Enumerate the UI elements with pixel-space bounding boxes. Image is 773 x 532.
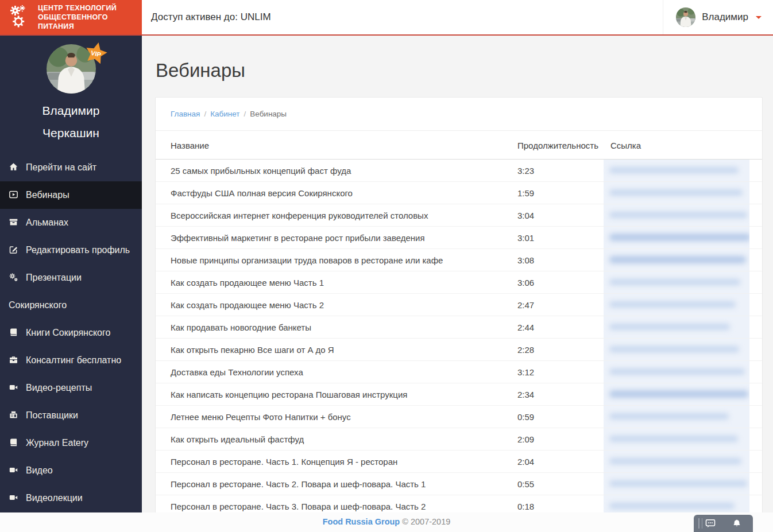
webinar-duration: 2:47: [510, 294, 604, 316]
table-row: Всероссийская интернет конференция руков…: [156, 204, 762, 227]
webinar-link-blurred[interactable]: [604, 406, 749, 428]
webinar-duration: 2:44: [510, 316, 604, 339]
webinar-duration: 1:59: [510, 182, 604, 204]
webinar-link-blurred[interactable]: [604, 495, 749, 512]
webinar-title: Новые принципы организации труда поваров…: [156, 249, 510, 271]
webinar-link-blurred[interactable]: [604, 271, 749, 293]
webinar-link-blurred[interactable]: [604, 182, 749, 204]
sidebar-item-video-lectures[interactable]: Видеолекции: [0, 484, 142, 512]
video-camera-icon: [9, 493, 20, 502]
webinar-link-blurred[interactable]: [604, 383, 749, 405]
sidebar-item-label: Презентации Сокирянского: [9, 273, 82, 310]
table-row: Персонал в ресторане. Часть 1. Концепция…: [156, 451, 762, 473]
sidebar-item-label: Видео: [26, 465, 53, 475]
blurred-link-bar: [609, 167, 739, 173]
sidebar-nav: Перейти на сайт Вебинары Альманах Редакт…: [0, 154, 142, 512]
blurred-link-bar: [609, 346, 739, 352]
breadcrumb-link[interactable]: Главная: [171, 110, 200, 118]
footer-brand-link[interactable]: Food Russia Group: [323, 517, 400, 526]
video-camera-icon: [9, 465, 20, 475]
blurred-link-bar: [609, 436, 738, 442]
table-row: Как написать концепцию ресторана Пошагов…: [156, 383, 762, 406]
webinar-title: Летнее меню Рецепты Фото Напитки + бонус: [156, 406, 510, 428]
webinar-title: Как продавать новогодние банкеты: [156, 316, 510, 339]
breadcrumb-link[interactable]: Кабинет: [210, 110, 239, 118]
user-name: Владимир: [702, 11, 748, 23]
blurred-link-bar: [609, 368, 745, 375]
blurred-link-bar: [609, 413, 729, 420]
sidebar-item-presentations-sokiryanskogo[interactable]: Презентации Сокирянского: [0, 264, 142, 319]
chat-bubble-icon[interactable]: [705, 519, 716, 528]
sidebar-item-label: Редактировать профиль: [26, 245, 130, 255]
table-row: Как продавать новогодние банкеты 2:44: [156, 316, 762, 339]
breadcrumb-separator: /: [244, 110, 246, 118]
sidebar-item-books-sokiryanskogo[interactable]: Книги Сокирянского: [0, 319, 142, 347]
webinar-duration: 2:34: [510, 383, 604, 406]
blurred-link-bar: [609, 234, 749, 241]
blurred-link-bar: [609, 458, 741, 464]
webinar-link-blurred[interactable]: [604, 428, 749, 450]
breadcrumb: Главная/Кабинет/Вебинары: [156, 98, 762, 131]
sidebar-item-label: Альманах: [26, 218, 68, 227]
profile-block: VIP Владимир Черкашин: [0, 36, 142, 144]
fax-icon: [9, 410, 20, 420]
webinar-link-blurred[interactable]: [604, 473, 749, 495]
gears-icon: [9, 273, 20, 282]
sidebar-item-almanac[interactable]: Альманах: [0, 209, 142, 236]
blurred-link-bar: [609, 503, 735, 509]
webinar-title: Как создать продающее меню Часть 2: [156, 294, 510, 316]
webinar-duration: 2:28: [510, 339, 604, 361]
user-menu[interactable]: Владимир: [663, 0, 773, 34]
webinar-link-blurred[interactable]: [604, 294, 749, 316]
brand-logo-block[interactable]: ЦЕНТР ТЕХНОЛОГИЙ ОБЩЕСТВЕННОГО ПИТАНИЯ: [0, 0, 142, 34]
sidebar-item-label: Перейти на сайт: [26, 162, 96, 172]
webinar-title: Как открыть идеальный фастфуд: [156, 428, 510, 451]
table-row: Как открыть идеальный фастфуд 2:09: [156, 428, 762, 451]
webinar-duration: 2:09: [510, 428, 604, 451]
blurred-link-bar: [609, 390, 748, 398]
sidebar-item-consulting-free[interactable]: Консалтинг бесплатно: [0, 347, 142, 374]
webinar-duration: 3:04: [510, 204, 604, 227]
webinar-link-blurred[interactable]: [604, 249, 749, 271]
webinar-link-blurred[interactable]: [604, 160, 749, 181]
sidebar-item-label: Поставщики: [26, 410, 78, 420]
table-row: 25 самых прибыльных концепций фаст фуда …: [156, 160, 762, 182]
sidebar-item-suppliers[interactable]: Поставщики: [0, 402, 142, 429]
blurred-link-bar: [609, 301, 736, 308]
webinar-duration: 0:18: [510, 495, 604, 513]
briefcase-icon: [9, 355, 20, 364]
page-footer: Food Russia Group © 2007-2019: [0, 512, 773, 532]
webinar-link-blurred[interactable]: [604, 204, 749, 226]
column-header-name: Название: [156, 131, 510, 160]
webinar-title: Эффективный маркетинг в ресторане рост п…: [156, 227, 510, 249]
table-row: Как создать продающее меню Часть 2 2:47: [156, 294, 762, 316]
blurred-link-bar: [609, 480, 747, 487]
sidebar-item-webinars[interactable]: Вебинары: [0, 181, 142, 209]
table-row: Как открыть пекарню Все шаги от А до Я 2…: [156, 339, 762, 361]
book-icon: [9, 438, 20, 447]
sidebar-item-label: Видео-рецепты: [26, 383, 92, 393]
webinar-title: Всероссийская интернет конференция руков…: [156, 204, 510, 227]
webinar-duration: 3:01: [510, 227, 604, 249]
blurred-link-bar: [609, 324, 730, 330]
widget-handle: [698, 518, 702, 529]
sidebar: VIP Владимир Черкашин Перейти на сайт Ве…: [0, 36, 142, 512]
webinar-link-blurred[interactable]: [604, 316, 749, 338]
webinar-link-blurred[interactable]: [604, 451, 749, 472]
chat-widget[interactable]: [694, 515, 753, 532]
brand-title: ЦЕНТР ТЕХНОЛОГИЙ ОБЩЕСТВЕННОГО ПИТАНИЯ: [38, 3, 142, 32]
sidebar-item-eatery-journal[interactable]: Журнал Eatery: [0, 429, 142, 457]
webinar-link-blurred[interactable]: [604, 361, 749, 383]
sidebar-item-video-recipes[interactable]: Видео-рецепты: [0, 374, 142, 402]
webinar-title: Доставка еды Технологии успеха: [156, 361, 510, 383]
sidebar-item-go-to-site[interactable]: Перейти на сайт: [0, 154, 142, 181]
webinar-link-blurred[interactable]: [604, 227, 749, 248]
sidebar-item-edit-profile[interactable]: Редактировать профиль: [0, 236, 142, 264]
webinar-duration: 3:12: [510, 361, 604, 383]
webinar-title: Персонал в ресторане. Часть 3. Повара и …: [156, 495, 510, 513]
table-row: Фастфуды США полная версия Сокирянского …: [156, 182, 762, 204]
archive-icon: [9, 218, 20, 227]
sidebar-item-video[interactable]: Видео: [0, 457, 142, 484]
webinar-link-blurred[interactable]: [604, 339, 749, 360]
bell-icon[interactable]: [732, 519, 742, 528]
